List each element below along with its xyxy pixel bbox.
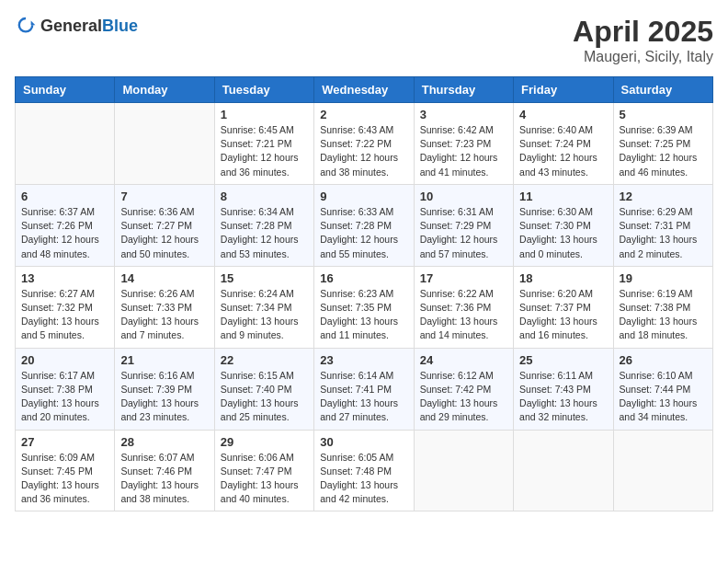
day-number: 22 bbox=[221, 353, 308, 367]
day-number: 6 bbox=[21, 190, 108, 203]
weekday-header-friday: Friday bbox=[514, 77, 613, 103]
weekday-header-monday: Monday bbox=[115, 77, 214, 103]
day-detail: Sunrise: 6:42 AMSunset: 7:23 PMDaylight:… bbox=[420, 123, 507, 179]
day-number: 10 bbox=[420, 190, 507, 203]
svg-marker-0 bbox=[31, 20, 36, 25]
day-detail: Sunrise: 6:34 AMSunset: 7:28 PMDaylight:… bbox=[221, 205, 308, 261]
calendar-cell: 6Sunrise: 6:37 AMSunset: 7:26 PMDaylight… bbox=[16, 184, 115, 266]
calendar-cell: 20Sunrise: 6:17 AMSunset: 7:38 PMDayligh… bbox=[16, 348, 115, 430]
weekday-header-sunday: Sunday bbox=[16, 77, 115, 103]
day-detail: Sunrise: 6:06 AMSunset: 7:47 PMDaylight:… bbox=[221, 451, 308, 507]
calendar-cell bbox=[514, 430, 613, 511]
week-row-1: 1Sunrise: 6:45 AMSunset: 7:21 PMDaylight… bbox=[16, 103, 713, 185]
day-detail: Sunrise: 6:12 AMSunset: 7:42 PMDaylight:… bbox=[420, 369, 507, 425]
day-number: 15 bbox=[221, 271, 308, 285]
day-number: 30 bbox=[320, 435, 407, 449]
day-number: 25 bbox=[519, 353, 607, 367]
week-row-4: 20Sunrise: 6:17 AMSunset: 7:38 PMDayligh… bbox=[16, 348, 713, 430]
calendar-cell: 3Sunrise: 6:42 AMSunset: 7:23 PMDaylight… bbox=[414, 103, 513, 185]
day-number: 8 bbox=[221, 190, 308, 203]
day-detail: Sunrise: 6:37 AMSunset: 7:26 PMDaylight:… bbox=[21, 205, 108, 261]
day-detail: Sunrise: 6:31 AMSunset: 7:29 PMDaylight:… bbox=[420, 205, 507, 261]
title-area: April 2025 Maugeri, Sicily, Italy bbox=[573, 15, 713, 65]
day-number: 3 bbox=[420, 108, 507, 121]
day-detail: Sunrise: 6:16 AMSunset: 7:39 PMDaylight:… bbox=[120, 369, 208, 425]
calendar-cell: 4Sunrise: 6:40 AMSunset: 7:24 PMDaylight… bbox=[514, 103, 613, 185]
day-number: 7 bbox=[120, 190, 208, 203]
header: GeneralBlue April 2025 Maugeri, Sicily, … bbox=[15, 15, 713, 65]
calendar-cell: 28Sunrise: 6:07 AMSunset: 7:46 PMDayligh… bbox=[115, 430, 214, 511]
day-detail: Sunrise: 6:11 AMSunset: 7:43 PMDaylight:… bbox=[519, 369, 607, 425]
day-number: 27 bbox=[21, 435, 108, 449]
day-number: 4 bbox=[519, 108, 607, 121]
calendar-cell bbox=[613, 430, 712, 511]
day-detail: Sunrise: 6:29 AMSunset: 7:31 PMDaylight:… bbox=[620, 205, 707, 261]
day-detail: Sunrise: 6:27 AMSunset: 7:32 PMDaylight:… bbox=[21, 287, 108, 343]
calendar-cell: 7Sunrise: 6:36 AMSunset: 7:27 PMDaylight… bbox=[115, 184, 214, 266]
day-number: 18 bbox=[519, 271, 607, 285]
logo-general: GeneralBlue bbox=[40, 17, 138, 35]
day-detail: Sunrise: 6:05 AMSunset: 7:48 PMDaylight:… bbox=[320, 451, 407, 507]
week-row-3: 13Sunrise: 6:27 AMSunset: 7:32 PMDayligh… bbox=[16, 266, 713, 348]
day-detail: Sunrise: 6:09 AMSunset: 7:45 PMDaylight:… bbox=[21, 451, 108, 507]
weekday-header-row: SundayMondayTuesdayWednesdayThursdayFrid… bbox=[16, 77, 713, 103]
day-detail: Sunrise: 6:23 AMSunset: 7:35 PMDaylight:… bbox=[320, 287, 407, 343]
calendar-cell: 24Sunrise: 6:12 AMSunset: 7:42 PMDayligh… bbox=[414, 348, 513, 430]
calendar-cell: 1Sunrise: 6:45 AMSunset: 7:21 PMDaylight… bbox=[214, 103, 313, 185]
calendar-cell: 26Sunrise: 6:10 AMSunset: 7:44 PMDayligh… bbox=[613, 348, 712, 430]
day-number: 1 bbox=[221, 108, 308, 121]
calendar-cell: 5Sunrise: 6:39 AMSunset: 7:25 PMDaylight… bbox=[613, 103, 712, 185]
calendar-cell: 8Sunrise: 6:34 AMSunset: 7:28 PMDaylight… bbox=[214, 184, 313, 266]
calendar-cell bbox=[16, 103, 115, 185]
day-detail: Sunrise: 6:15 AMSunset: 7:40 PMDaylight:… bbox=[221, 369, 308, 425]
calendar-cell: 30Sunrise: 6:05 AMSunset: 7:48 PMDayligh… bbox=[314, 430, 414, 511]
day-detail: Sunrise: 6:36 AMSunset: 7:27 PMDaylight:… bbox=[120, 205, 208, 261]
week-row-5: 27Sunrise: 6:09 AMSunset: 7:45 PMDayligh… bbox=[16, 430, 713, 511]
day-detail: Sunrise: 6:39 AMSunset: 7:25 PMDaylight:… bbox=[620, 123, 707, 179]
day-detail: Sunrise: 6:19 AMSunset: 7:38 PMDaylight:… bbox=[620, 287, 707, 343]
day-number: 5 bbox=[620, 108, 707, 121]
day-detail: Sunrise: 6:24 AMSunset: 7:34 PMDaylight:… bbox=[221, 287, 308, 343]
day-detail: Sunrise: 6:07 AMSunset: 7:46 PMDaylight:… bbox=[120, 451, 208, 507]
day-detail: Sunrise: 6:40 AMSunset: 7:24 PMDaylight:… bbox=[519, 123, 607, 179]
calendar: SundayMondayTuesdayWednesdayThursdayFrid… bbox=[15, 76, 713, 511]
day-number: 11 bbox=[519, 190, 607, 203]
day-detail: Sunrise: 6:17 AMSunset: 7:38 PMDaylight:… bbox=[21, 369, 108, 425]
day-number: 14 bbox=[120, 271, 208, 285]
day-number: 20 bbox=[21, 353, 108, 367]
month-title: April 2025 bbox=[573, 15, 713, 49]
day-number: 13 bbox=[21, 271, 108, 285]
day-number: 26 bbox=[620, 353, 707, 367]
day-number: 16 bbox=[320, 271, 407, 285]
weekday-header-saturday: Saturday bbox=[613, 77, 712, 103]
day-detail: Sunrise: 6:26 AMSunset: 7:33 PMDaylight:… bbox=[120, 287, 208, 343]
weekday-header-tuesday: Tuesday bbox=[214, 77, 313, 103]
day-detail: Sunrise: 6:45 AMSunset: 7:21 PMDaylight:… bbox=[221, 123, 308, 179]
day-number: 24 bbox=[420, 353, 507, 367]
weekday-header-thursday: Thursday bbox=[414, 77, 513, 103]
day-detail: Sunrise: 6:30 AMSunset: 7:30 PMDaylight:… bbox=[519, 205, 607, 261]
day-detail: Sunrise: 6:20 AMSunset: 7:37 PMDaylight:… bbox=[519, 287, 607, 343]
calendar-cell: 14Sunrise: 6:26 AMSunset: 7:33 PMDayligh… bbox=[115, 266, 214, 348]
day-number: 28 bbox=[120, 435, 208, 449]
calendar-cell: 2Sunrise: 6:43 AMSunset: 7:22 PMDaylight… bbox=[314, 103, 414, 185]
day-detail: Sunrise: 6:22 AMSunset: 7:36 PMDaylight:… bbox=[420, 287, 507, 343]
calendar-cell: 12Sunrise: 6:29 AMSunset: 7:31 PMDayligh… bbox=[613, 184, 712, 266]
day-number: 2 bbox=[320, 108, 407, 121]
calendar-cell: 29Sunrise: 6:06 AMSunset: 7:47 PMDayligh… bbox=[214, 430, 313, 511]
day-detail: Sunrise: 6:14 AMSunset: 7:41 PMDaylight:… bbox=[320, 369, 407, 425]
day-detail: Sunrise: 6:33 AMSunset: 7:28 PMDaylight:… bbox=[320, 205, 407, 261]
calendar-cell: 19Sunrise: 6:19 AMSunset: 7:38 PMDayligh… bbox=[613, 266, 712, 348]
day-number: 12 bbox=[620, 190, 707, 203]
location-title: Maugeri, Sicily, Italy bbox=[573, 49, 713, 65]
day-detail: Sunrise: 6:43 AMSunset: 7:22 PMDaylight:… bbox=[320, 123, 407, 179]
weekday-header-wednesday: Wednesday bbox=[314, 77, 414, 103]
calendar-cell: 15Sunrise: 6:24 AMSunset: 7:34 PMDayligh… bbox=[214, 266, 313, 348]
calendar-cell: 21Sunrise: 6:16 AMSunset: 7:39 PMDayligh… bbox=[115, 348, 214, 430]
calendar-cell: 9Sunrise: 6:33 AMSunset: 7:28 PMDaylight… bbox=[314, 184, 414, 266]
calendar-cell: 27Sunrise: 6:09 AMSunset: 7:45 PMDayligh… bbox=[16, 430, 115, 511]
day-number: 9 bbox=[320, 190, 407, 203]
day-number: 19 bbox=[620, 271, 707, 285]
day-number: 17 bbox=[420, 271, 507, 285]
calendar-cell: 23Sunrise: 6:14 AMSunset: 7:41 PMDayligh… bbox=[314, 348, 414, 430]
